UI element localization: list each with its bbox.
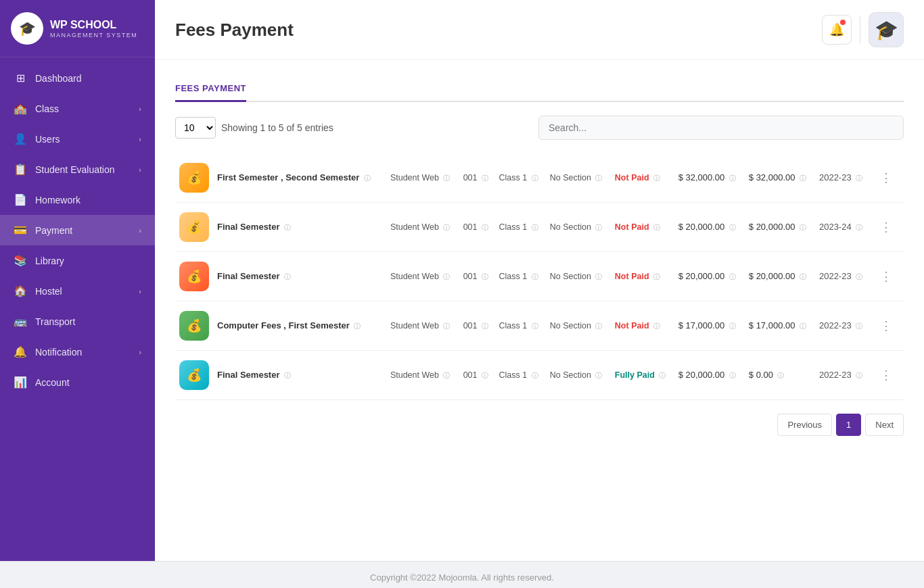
sidebar-item-library[interactable]: 📚 Library	[0, 245, 155, 276]
year-1: 2023-24	[819, 222, 852, 232]
sidebar-item-transport[interactable]: 🚌 Transport	[0, 306, 155, 337]
fee-name-info-icon-4[interactable]: ⓘ	[284, 372, 291, 379]
notification-bell-button[interactable]: 🔔	[822, 15, 852, 45]
student-info-icon-4[interactable]: ⓘ	[443, 372, 450, 379]
year-info-icon-3[interactable]: ⓘ	[856, 322, 862, 330]
nav-icon-payment: 💳	[14, 224, 27, 237]
class-info-icon-2[interactable]: ⓘ	[532, 273, 538, 280]
status-info-icon-4[interactable]: ⓘ	[659, 372, 666, 379]
nav-icon-account: 📊	[14, 376, 27, 389]
sidebar-item-notification[interactable]: 🔔 Notification ›	[0, 337, 155, 367]
sidebar-item-payment[interactable]: 💳 Payment ›	[0, 215, 155, 245]
row-more-button-0[interactable]: ⋮	[875, 168, 898, 188]
sidebar-item-account[interactable]: 📊 Account	[0, 367, 155, 397]
paid-info-icon-2[interactable]: ⓘ	[800, 273, 806, 280]
content-area: FEES PAYMENT 10 25 50 Showing 1 to 5 of …	[155, 60, 924, 561]
year-info-icon-1[interactable]: ⓘ	[856, 224, 862, 231]
year-info-icon-4[interactable]: ⓘ	[856, 372, 862, 379]
class-info-icon-4[interactable]: ⓘ	[532, 372, 538, 379]
row-more-button-3[interactable]: ⋮	[875, 316, 898, 336]
student-info-icon-3[interactable]: ⓘ	[443, 322, 450, 330]
user-avatar-button[interactable]: 🎓	[869, 12, 904, 47]
amount-info-icon-1[interactable]: ⓘ	[729, 224, 736, 231]
status-cell-1: Not Paid ⓘ	[611, 203, 674, 252]
sidebar-item-homework[interactable]: 📄 Homework	[0, 185, 155, 215]
amount-info-icon-3[interactable]: ⓘ	[729, 322, 736, 330]
pagination-previous-button[interactable]: Previous	[777, 414, 832, 436]
roll-info-icon-1[interactable]: ⓘ	[482, 224, 488, 231]
avatar-icon: 🎓	[875, 19, 898, 41]
row-icon-0: 💰	[179, 163, 209, 193]
paid-info-icon-3[interactable]: ⓘ	[800, 322, 806, 330]
roll-info-icon-0[interactable]: ⓘ	[482, 174, 488, 182]
sidebar-item-users[interactable]: 👤 Users ›	[0, 124, 155, 154]
amount-info-icon-4[interactable]: ⓘ	[729, 372, 736, 379]
amount-info-icon-2[interactable]: ⓘ	[729, 273, 736, 280]
page-header: Fees Payment 🔔 🎓	[155, 0, 924, 60]
row-more-button-2[interactable]: ⋮	[875, 266, 898, 287]
pagination-next-button[interactable]: Next	[865, 414, 904, 436]
amount-info-icon-0[interactable]: ⓘ	[729, 174, 736, 182]
fee-name-info-icon-1[interactable]: ⓘ	[284, 224, 291, 231]
search-input[interactable]	[538, 116, 904, 140]
class-info-icon-3[interactable]: ⓘ	[532, 322, 538, 330]
roll-info-icon-3[interactable]: ⓘ	[482, 322, 488, 330]
section-info-icon-4[interactable]: ⓘ	[595, 372, 602, 379]
row-more-button-4[interactable]: ⋮	[875, 365, 898, 385]
student-info-icon-0[interactable]: ⓘ	[443, 174, 450, 182]
row-more-button-1[interactable]: ⋮	[875, 217, 898, 237]
student-cell-0: Student Web ⓘ	[386, 153, 459, 203]
fee-name-4: Final Semester	[217, 370, 280, 380]
table-row: 💰 Final Semester ⓘ Student Web ⓘ 001 ⓘ C…	[175, 351, 904, 400]
fee-name-info-icon-2[interactable]: ⓘ	[284, 273, 291, 280]
year-cell-4: 2022-23 ⓘ	[815, 351, 871, 400]
nav-icon-notification: 🔔	[14, 345, 27, 358]
fee-name-0: First Semester , Second Semester	[217, 172, 359, 182]
class-4: Class 1	[499, 370, 528, 380]
logo-subtitle: MANAGEMENT SYSTEM	[50, 32, 137, 39]
class-0: Class 1	[499, 173, 528, 182]
student-info-icon-1[interactable]: ⓘ	[443, 224, 450, 231]
paid-info-icon-1[interactable]: ⓘ	[800, 224, 806, 231]
section-info-icon-1[interactable]: ⓘ	[595, 224, 602, 231]
tab-fees-payment[interactable]: FEES PAYMENT	[175, 76, 246, 102]
entries-per-page-select[interactable]: 10 25 50	[175, 117, 216, 139]
sidebar-item-student-evaluation[interactable]: 📋 Student Evaluation ›	[0, 154, 155, 185]
nav-item-left-transport: 🚌 Transport	[14, 315, 75, 328]
row-icon-cell-4: 💰	[175, 351, 213, 400]
sidebar-item-dashboard[interactable]: ⊞ Dashboard	[0, 63, 155, 93]
class-cell-4: Class 1 ⓘ	[495, 351, 546, 400]
status-info-icon-2[interactable]: ⓘ	[653, 273, 660, 280]
class-info-icon-0[interactable]: ⓘ	[532, 174, 538, 182]
roll-info-icon-2[interactable]: ⓘ	[482, 273, 488, 280]
pagination-page-1-button[interactable]: 1	[836, 414, 861, 436]
fee-name-info-icon-3[interactable]: ⓘ	[354, 322, 361, 330]
status-1: Not Paid	[615, 222, 649, 232]
section-info-icon-0[interactable]: ⓘ	[595, 174, 602, 182]
year-info-icon-2[interactable]: ⓘ	[856, 273, 862, 280]
student-info-icon-2[interactable]: ⓘ	[443, 273, 450, 280]
nav-arrow-users: ›	[139, 135, 141, 143]
roll-3: 001	[463, 321, 478, 330]
nav-item-left-hostel: 🏠 Hostel	[14, 285, 62, 297]
student-cell-1: Student Web ⓘ	[386, 203, 459, 252]
tab-bar: FEES PAYMENT	[175, 76, 904, 102]
roll-info-icon-4[interactable]: ⓘ	[482, 372, 488, 379]
sidebar-item-class[interactable]: 🏫 Class ›	[0, 93, 155, 124]
nav-item-left-dashboard: ⊞ Dashboard	[14, 72, 82, 84]
paid-info-icon-0[interactable]: ⓘ	[800, 174, 806, 182]
section-info-icon-2[interactable]: ⓘ	[595, 273, 602, 280]
status-info-icon-0[interactable]: ⓘ	[653, 174, 660, 182]
nav-icon-dashboard: ⊞	[14, 72, 27, 84]
paid-cell-4: $ 0.00 ⓘ	[745, 351, 815, 400]
status-info-icon-1[interactable]: ⓘ	[653, 224, 660, 231]
status-info-icon-3[interactable]: ⓘ	[653, 322, 660, 330]
sidebar-item-hostel[interactable]: 🏠 Hostel ›	[0, 276, 155, 306]
class-info-icon-1[interactable]: ⓘ	[532, 224, 538, 231]
year-info-icon-0[interactable]: ⓘ	[856, 174, 862, 182]
nav-item-left-student-evaluation: 📋 Student Evaluation	[14, 163, 115, 176]
fee-name-info-icon-0[interactable]: ⓘ	[364, 174, 371, 182]
class-2: Class 1	[499, 272, 528, 281]
section-info-icon-3[interactable]: ⓘ	[595, 322, 602, 330]
paid-info-icon-4[interactable]: ⓘ	[777, 372, 784, 379]
